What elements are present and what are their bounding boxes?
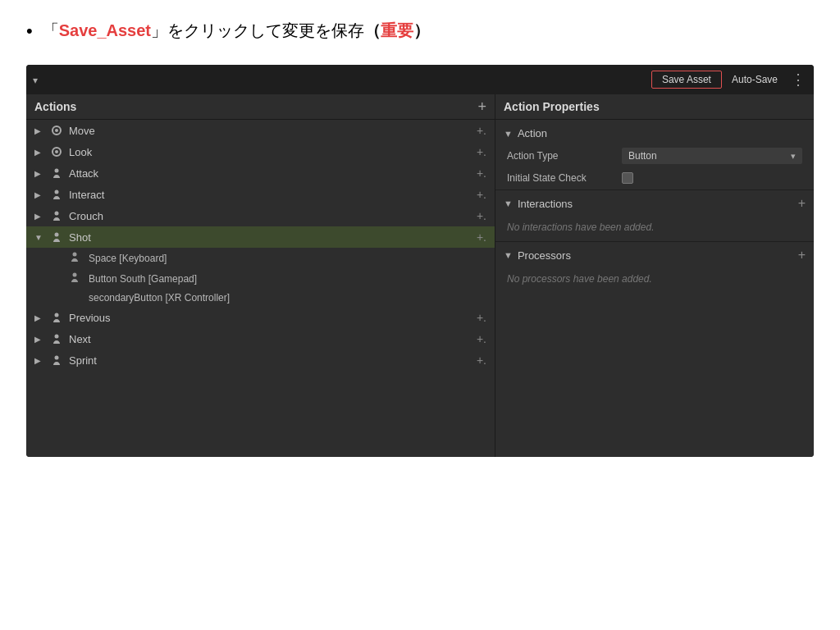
look-label: Look: [69, 146, 477, 158]
action-row-look[interactable]: ▶ Look +.: [26, 141, 495, 162]
instruction-line: • 「Save_Asset」をクリックして変更を保存（重要）: [26, 20, 814, 42]
sprint-icon: [49, 354, 64, 366]
action-row-sprint[interactable]: ▶ Sprint +.: [26, 349, 495, 371]
processors-add-icon[interactable]: +: [798, 248, 806, 262]
sub-item-space[interactable]: Space [Keyboard]: [26, 248, 495, 268]
interactions-empty-msg: No interactions have been added.: [495, 215, 814, 240]
action-row-shot[interactable]: ▼ Shot +.: [26, 226, 495, 248]
action-type-dropdown[interactable]: Button: [622, 148, 802, 164]
shot-icon: [49, 231, 64, 243]
action-type-row: Action Type Button: [495, 144, 814, 168]
actions-panel-header: Actions +: [26, 94, 495, 120]
interact-label: Interact: [69, 189, 477, 201]
arrow-interact-icon: ▶: [34, 190, 46, 199]
actions-panel: Actions + ▶ Move +. ▶ Look: [26, 94, 495, 457]
svg-point-6: [55, 313, 59, 317]
action-type-label: Action Type: [507, 150, 622, 162]
arrow-sprint-icon: ▶: [34, 356, 46, 365]
action-row-crouch[interactable]: ▶ Crouch +.: [26, 205, 495, 226]
instruction-suffix: 」をクリックして変更を保存: [151, 21, 364, 39]
bullet: •: [26, 21, 33, 42]
button-south-icon: [69, 272, 84, 285]
instruction-prefix: 「: [43, 21, 59, 39]
action-properties-title: Action Properties: [504, 100, 600, 113]
look-icon: [49, 146, 64, 158]
crouch-label: Crouch: [69, 210, 477, 222]
attack-label: Attack: [69, 167, 477, 180]
action-row-interact[interactable]: ▶ Interact +.: [26, 184, 495, 205]
divider-1: [495, 189, 814, 190]
arrow-shot-icon: ▼: [34, 233, 46, 242]
move-icon: [49, 125, 64, 136]
next-icon: [49, 333, 64, 345]
initial-state-label: Initial State Check: [507, 172, 622, 184]
initial-state-value: [622, 172, 802, 184]
action-section-title: Action: [518, 127, 806, 139]
secondary-button-label: secondaryButton [XR Controller]: [89, 292, 495, 304]
next-add-icon[interactable]: +.: [477, 332, 486, 345]
actions-title: Actions: [34, 100, 76, 113]
right-panel-content: ▼ Action Action Type Button: [495, 120, 814, 457]
processors-empty-msg: No processors have been added.: [495, 267, 814, 291]
space-label: Space [Keyboard]: [89, 253, 486, 264]
action-properties-panel: Action Properties ▼ Action Action Type B…: [495, 94, 814, 457]
three-dots-icon[interactable]: ⋮: [788, 71, 809, 89]
arrow-crouch-icon: ▶: [34, 212, 46, 221]
interact-icon: [49, 189, 64, 200]
top-bar-buttons: Save Asset Auto-Save: [651, 71, 786, 89]
instruction-text: 「Save_Asset」をクリックして変更を保存（重要）: [43, 20, 430, 42]
action-type-selected: Button: [628, 150, 791, 162]
dropdown-arrow-icon: ▾: [33, 75, 38, 86]
auto-save-button[interactable]: Auto-Save: [724, 71, 786, 88]
processors-section-header[interactable]: ▼ Processors +: [495, 244, 814, 267]
arrow-move-icon: ▶: [34, 126, 46, 135]
previous-add-icon[interactable]: +.: [477, 311, 486, 324]
action-section-arrow-icon: ▼: [504, 129, 513, 139]
interactions-section-header[interactable]: ▼ Interactions +: [495, 192, 814, 215]
previous-label: Previous: [69, 312, 477, 324]
interactions-add-icon[interactable]: +: [798, 196, 806, 211]
initial-state-checkbox[interactable]: [622, 172, 633, 184]
shot-label: Shot: [69, 231, 477, 244]
move-add-icon[interactable]: +.: [477, 124, 486, 137]
action-section-header[interactable]: ▼ Action: [495, 123, 814, 144]
arrow-look-icon: ▶: [34, 148, 46, 157]
save-asset-button[interactable]: Save Asset: [651, 71, 722, 89]
svg-point-4: [73, 253, 77, 257]
arrow-next-icon: ▶: [34, 335, 46, 344]
crouch-add-icon[interactable]: +.: [477, 209, 486, 222]
crouch-icon: [49, 210, 64, 221]
action-row-next[interactable]: ▶ Next +.: [26, 328, 495, 349]
interactions-title: Interactions: [518, 198, 798, 210]
sprint-label: Sprint: [69, 354, 477, 367]
top-bar-dropdown[interactable]: ▾: [33, 72, 38, 87]
arrow-attack-icon: ▶: [34, 169, 46, 178]
move-label: Move: [69, 125, 477, 137]
divider-2: [495, 241, 814, 242]
action-type-value: Button: [622, 148, 802, 164]
previous-icon: [49, 312, 64, 323]
svg-point-2: [55, 212, 59, 216]
unity-editor-panel: ▾ Save Asset Auto-Save ⋮ Actions + ▶: [26, 65, 814, 457]
add-action-button[interactable]: +: [477, 99, 486, 114]
shot-add-icon[interactable]: +.: [477, 231, 486, 244]
sub-sub-item-secondary[interactable]: secondaryButton [XR Controller]: [26, 289, 495, 307]
button-south-label: Button South [Gamepad]: [89, 273, 486, 285]
svg-point-1: [55, 190, 59, 194]
look-add-icon[interactable]: +.: [477, 145, 486, 158]
action-row-previous[interactable]: ▶ Previous +.: [26, 307, 495, 328]
save-asset-text: Save_Asset: [59, 21, 151, 39]
svg-point-7: [55, 335, 59, 339]
top-bar: ▾ Save Asset Auto-Save ⋮: [26, 65, 814, 94]
sprint-add-icon[interactable]: +.: [477, 354, 486, 367]
attack-add-icon[interactable]: +.: [477, 167, 486, 180]
actions-list: ▶ Move +. ▶ Look +. ▶: [26, 120, 495, 457]
action-row-move[interactable]: ▶ Move +.: [26, 120, 495, 141]
action-row-attack[interactable]: ▶ Attack +.: [26, 162, 495, 184]
next-label: Next: [69, 333, 477, 345]
sub-item-button-south[interactable]: Button South [Gamepad]: [26, 268, 495, 289]
processors-title: Processors: [518, 249, 798, 262]
interactions-arrow-icon: ▼: [504, 199, 513, 208]
instruction-important: （重要）: [364, 21, 430, 39]
interact-add-icon[interactable]: +.: [477, 188, 486, 201]
